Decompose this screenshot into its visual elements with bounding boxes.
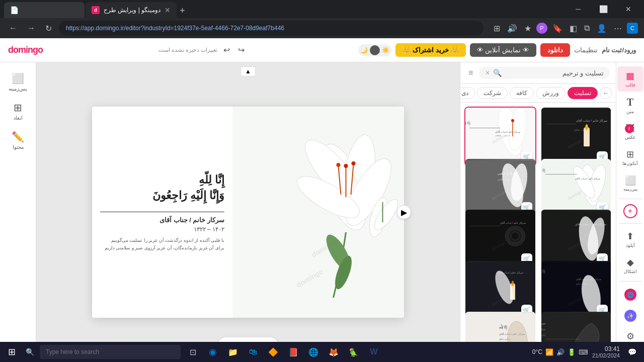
cat-tab-tasliat[interactable]: تسلیت: [568, 87, 598, 99]
taskbar-search-icon[interactable]: 🔍: [21, 343, 39, 361]
url-input[interactable]: [59, 21, 484, 36]
taskbar-date: 21/02/2024: [592, 352, 620, 358]
app-logo: domingo: [8, 45, 43, 55]
taskbar-task-view[interactable]: ⊡: [184, 343, 202, 361]
taskbar-chrome[interactable]: 🌐: [304, 343, 323, 361]
back-button[interactable]: ←: [6, 22, 20, 35]
canvas[interactable]: إِنَّا لِلّهِوَإِنَّا إِلَيْهِ رَاجِعُون…: [92, 107, 404, 318]
login-button[interactable]: ورود/ثبت نام: [602, 46, 636, 54]
template-search-input[interactable]: [505, 69, 604, 77]
cat-tab-cafe[interactable]: کافه: [510, 87, 534, 99]
sidebar-divider-2: [619, 223, 641, 224]
photo-icon-wrapper: 🖼 !: [626, 123, 635, 134]
cat-tab-company[interactable]: شرکت: [477, 87, 508, 99]
text-icon: T: [627, 97, 633, 108]
svg-text:بلا یا صفی: بلا یا صفی: [498, 171, 513, 174]
tool-content[interactable]: ✏️ محتوا: [3, 127, 33, 154]
svg-text:سرکار خانم / جناب آقای: سرکار خانم / جناب آقای: [541, 321, 545, 325]
card-flower-area: domingo domingo: [232, 107, 404, 318]
forward-button[interactable]: →: [24, 22, 38, 35]
minimize-button[interactable]: ─: [567, 1, 590, 17]
sidebar-item-photo[interactable]: 🖼 ! عکس: [617, 119, 643, 144]
new-tab-button[interactable]: +: [178, 4, 187, 18]
card-divider: [100, 212, 224, 212]
sidebar-item-background[interactable]: ⬜ پس‌زمینه: [617, 171, 643, 196]
svg-point-7: [344, 164, 348, 168]
taskbar-keyboard-icon[interactable]: ⌨: [579, 348, 588, 356]
arabic-calligraphy: إِنَّا لِلّهِوَإِنَّا إِلَيْهِ رَاجِعُون…: [152, 172, 224, 204]
tab-new[interactable]: 📄: [4, 2, 85, 18]
search-box: 🔍 ✕: [479, 67, 610, 79]
content-icon: ✏️: [12, 131, 24, 143]
window-controls: ─ ⬜ ✕: [567, 1, 640, 17]
header-right: 🌙 ☀️ 👑 خرید اشتراک 👑 👁 نمایش آنلاین 👁 دا…: [358, 43, 636, 57]
browser-ext-icon[interactable]: P: [536, 23, 547, 34]
refresh-button[interactable]: ↻: [42, 22, 55, 35]
profile-icon[interactable]: 👤: [595, 22, 609, 35]
taskbar-firefox[interactable]: 🦊: [325, 343, 343, 361]
favorites-icon[interactable]: ★: [522, 22, 533, 35]
preview-button[interactable]: 👁 نمایش آنلاین 👁: [470, 43, 536, 57]
svg-text:سرکار خانم / جناب آقای: سرکار خانم / جناب آقای: [498, 177, 523, 181]
template-panel: ≡ 🔍 ✕ ← تسلیت ورزش کافه شرکت دی: [460, 62, 616, 362]
sidebar-item-template[interactable]: ▦ قالب: [617, 66, 643, 92]
start-button[interactable]: ⊞: [4, 344, 20, 359]
tool-dimensions[interactable]: ⊞ ابعاد: [3, 98, 33, 125]
taskbar-notification-center[interactable]: 💬: [624, 344, 640, 360]
sidebar-item-ai[interactable]: ✨: [617, 306, 643, 326]
taskbar-search-input[interactable]: [40, 345, 181, 359]
save-status: تغییرات ذخیره نشده است: [158, 47, 217, 53]
category-nav-prev[interactable]: ←: [600, 87, 612, 99]
undo-button[interactable]: ↩: [221, 43, 232, 57]
sidebar-item-icons[interactable]: ⊞ آیکون‌ها: [617, 145, 643, 170]
collections-icon[interactable]: 🔖: [550, 22, 565, 35]
right-sidebar: ▦ قالب T متن 🖼 ! عکس ⊞ آیکون‌ها ⬜ پس‌زمی…: [616, 62, 644, 362]
settings-button[interactable]: تنظیمات: [574, 46, 598, 54]
taskbar-system-icons: 0°C 📶 🔊 🔋 ⌨: [532, 348, 588, 356]
card-date: ۱۴۰۲ – ۱۳۲۲: [194, 226, 224, 233]
svg-text:سرکار خانم / جناب آقای: سرکار خانم / جناب آقای: [576, 119, 607, 123]
sidebar-item-text[interactable]: T متن: [617, 93, 643, 118]
sidebar-item-shapes[interactable]: ◆ اشکال: [617, 253, 643, 278]
filter-button[interactable]: ≡: [466, 66, 475, 79]
taskbar-app-orange[interactable]: 🔶: [264, 343, 282, 361]
maximize-button[interactable]: ⬜: [592, 1, 615, 17]
add-element-button[interactable]: +: [623, 204, 637, 218]
tool-background[interactable]: ⬜ پس‌زمینه: [3, 68, 33, 96]
taskbar-app-red[interactable]: 📕: [284, 343, 302, 361]
card-text-area: إِنَّا لِلّهِوَإِنَّا إِلَيْهِ رَاجِعُون…: [92, 107, 232, 318]
template-item-2[interactable]: سرکار خانم / جناب آقای ۱۴۰۲ – ۱۳۲۲ domin…: [540, 107, 612, 166]
sidebar-icon[interactable]: ◧: [568, 22, 579, 35]
svg-text:سرکار خانم / جناب آقای: سرکار خانم / جناب آقای: [575, 176, 600, 180]
dark-mode-toggle[interactable]: 🌙 ☀️: [358, 44, 391, 56]
template-item-1[interactable]: إِنَّا لِلّهِ سرکار خانم / جناب آقای ۱۴۰…: [464, 107, 536, 166]
eye-icon: 👁: [523, 46, 529, 54]
add-to-apps-icon[interactable]: ⊞: [492, 22, 502, 35]
clear-search-icon[interactable]: ✕: [485, 69, 490, 76]
sidebar-item-translate[interactable]: 🌐: [617, 285, 643, 305]
sidebar-item-upload[interactable]: ⬆ آپلود: [617, 227, 643, 252]
taskbar-edge[interactable]: ◉: [204, 343, 222, 361]
taskbar-time: 03:41: [592, 345, 620, 352]
active-tab[interactable]: d دومینگو | ویرایش طرح ✕: [86, 2, 177, 18]
taskbar-store[interactable]: 🛍: [244, 343, 262, 361]
more-menu-icon[interactable]: ⋯: [612, 22, 624, 35]
extensions-icon[interactable]: ⧉: [582, 22, 592, 35]
panel-collapse-toggle[interactable]: ▶: [397, 205, 411, 219]
download-button[interactable]: دانلود: [540, 43, 570, 57]
expand-arrow[interactable]: ▲: [240, 66, 256, 76]
copilot-icon[interactable]: C: [627, 23, 638, 34]
taskbar-explorer[interactable]: 📁: [224, 343, 242, 361]
taskbar-word[interactable]: W: [365, 343, 383, 361]
sidebar-divider-3: [619, 281, 641, 282]
taskbar-parrot[interactable]: 🦜: [345, 343, 363, 361]
cat-tab-sport[interactable]: ورزش: [536, 87, 566, 99]
read-aloud-icon[interactable]: 🔊: [505, 22, 519, 35]
tab-close-btn[interactable]: ✕: [165, 6, 171, 14]
close-button[interactable]: ✕: [617, 1, 640, 17]
taskbar-volume-icon[interactable]: 🔊: [556, 348, 565, 356]
redo-button[interactable]: ↪: [236, 43, 247, 57]
cat-tab-di[interactable]: دی: [460, 87, 475, 99]
subscribe-button[interactable]: 👑 خرید اشتراک 👑: [395, 43, 465, 57]
taskbar-network-icon[interactable]: 📶: [545, 348, 553, 356]
